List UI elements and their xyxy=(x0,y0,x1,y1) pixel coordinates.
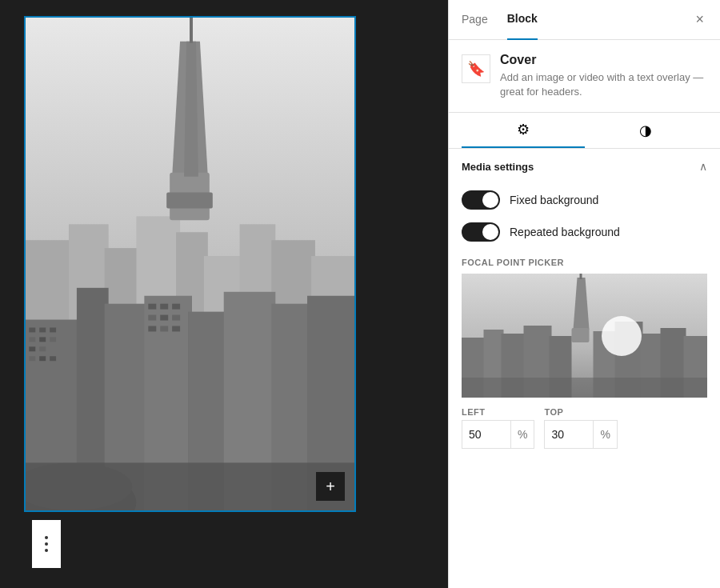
block-options-button[interactable] xyxy=(32,520,61,568)
svg-rect-25 xyxy=(29,346,35,351)
left-panel: + xyxy=(0,0,448,588)
fixed-background-toggle[interactable] xyxy=(462,190,500,210)
svg-rect-50 xyxy=(580,274,582,279)
block-title: Cover xyxy=(500,53,707,67)
fixed-background-row: Fixed background xyxy=(449,184,720,216)
block-details: Cover Add an image or video with a text … xyxy=(500,53,707,99)
svg-rect-61 xyxy=(462,378,707,398)
top-coord-input[interactable] xyxy=(545,421,593,448)
svg-rect-13 xyxy=(166,193,213,209)
svg-rect-38 xyxy=(148,315,156,321)
left-coord-unit: % xyxy=(510,421,534,448)
fixed-background-label: Fixed background xyxy=(510,194,598,206)
svg-rect-22 xyxy=(29,337,35,342)
svg-rect-28 xyxy=(39,356,46,361)
block-description: Add an image or video with a text overla… xyxy=(500,70,707,99)
top-coord-label: TOP xyxy=(544,407,617,417)
left-coord-input[interactable] xyxy=(462,421,510,448)
bottom-bar xyxy=(24,512,356,576)
tab-block[interactable]: Block xyxy=(507,0,538,40)
svg-rect-24 xyxy=(50,337,56,342)
repeated-background-toggle[interactable] xyxy=(462,222,500,242)
dot-2 xyxy=(45,542,48,546)
svg-marker-14 xyxy=(184,42,198,177)
focal-skyline-svg xyxy=(462,274,707,398)
svg-rect-20 xyxy=(39,327,46,332)
style-icon-tab[interactable]: ◑ xyxy=(585,113,708,148)
top-coord-input-row: % xyxy=(544,420,617,449)
svg-rect-26 xyxy=(39,346,46,351)
city-skyline-svg xyxy=(26,18,354,510)
svg-rect-19 xyxy=(29,327,35,332)
svg-rect-46 xyxy=(26,462,354,510)
svg-rect-15 xyxy=(190,18,193,43)
focal-coords: LEFT % TOP % xyxy=(449,398,720,458)
repeated-background-label: Repeated background xyxy=(510,226,620,238)
repeated-background-row: Repeated background xyxy=(449,216,720,248)
svg-rect-29 xyxy=(50,356,56,361)
focal-point-handle[interactable] xyxy=(602,316,642,356)
svg-rect-23 xyxy=(39,337,46,342)
left-coord-group: LEFT % xyxy=(462,407,534,449)
cover-block-icon: 🔖 xyxy=(462,54,490,83)
settings-icon-tab[interactable]: ⚙ xyxy=(462,113,585,148)
close-button[interactable]: × xyxy=(692,8,707,31)
collapse-icon[interactable]: ∧ xyxy=(699,160,707,173)
svg-rect-36 xyxy=(160,304,168,310)
svg-rect-21 xyxy=(50,327,56,332)
svg-rect-40 xyxy=(172,315,180,321)
top-coord-unit: % xyxy=(593,421,616,448)
panel-header: Page Block × xyxy=(449,0,720,40)
svg-rect-37 xyxy=(172,304,180,310)
svg-rect-27 xyxy=(29,356,35,361)
right-panel: Page Block × 🔖 Cover Add an image or vid… xyxy=(448,0,720,588)
focal-point-image[interactable] xyxy=(462,274,707,398)
icon-tabs-row: ⚙ ◑ xyxy=(449,113,720,149)
media-settings-title: Media settings xyxy=(462,161,534,173)
top-coord-group: TOP % xyxy=(544,407,617,449)
canvas-area: + xyxy=(0,0,448,588)
svg-rect-42 xyxy=(160,326,168,331)
add-block-button[interactable]: + xyxy=(316,472,345,501)
svg-rect-43 xyxy=(172,326,180,331)
media-settings-header: Media settings ∧ xyxy=(449,149,720,184)
tab-page[interactable]: Page xyxy=(462,0,488,40)
panel-body: Media settings ∧ Fixed background Repeat… xyxy=(449,149,720,588)
block-info: 🔖 Cover Add an image or video with a tex… xyxy=(449,40,720,113)
dot-1 xyxy=(45,536,48,539)
svg-rect-39 xyxy=(160,315,168,321)
dot-3 xyxy=(45,549,48,552)
left-coord-input-row: % xyxy=(462,420,534,449)
svg-rect-35 xyxy=(148,304,156,310)
left-coord-label: LEFT xyxy=(462,407,534,417)
cover-block: + xyxy=(24,16,356,512)
focal-point-label: FOCAL POINT PICKER xyxy=(449,248,720,274)
svg-rect-41 xyxy=(148,326,156,331)
svg-rect-49 xyxy=(572,328,590,342)
